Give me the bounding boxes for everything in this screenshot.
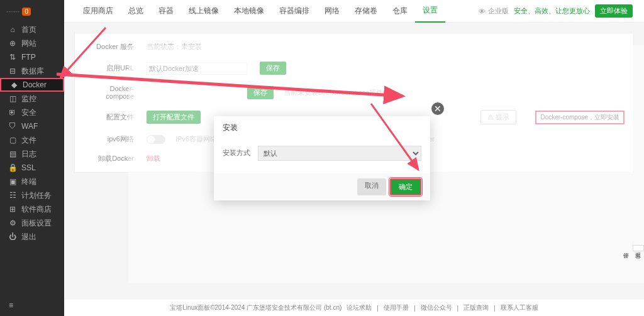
safe-text: 安全、高效、让您更放心 xyxy=(514,6,590,16)
install-method-label: 安装方式 xyxy=(223,148,250,158)
sidebar-item-settings[interactable]: ⚙面板设置 xyxy=(0,216,64,230)
sidebar-item-exit[interactable]: ⏻退出 xyxy=(0,230,64,244)
tab-volumes[interactable]: 存储卷 xyxy=(347,0,385,23)
ssl-icon: 🔒 xyxy=(9,164,16,172)
sidebar-item-logs[interactable]: ▤日志 xyxy=(0,147,64,161)
modal-cancel-button[interactable]: 取消 xyxy=(357,178,386,195)
sidebar-item-label: 日志 xyxy=(21,149,36,160)
sidebar-item-label: Docker xyxy=(23,80,47,89)
compose-label: Docker-compose xyxy=(84,85,134,100)
sidebar-item-label: 计划任务 xyxy=(21,190,52,201)
uninstall-label: 卸载Docker xyxy=(84,154,134,163)
shield-icon: ⛨ xyxy=(9,109,16,116)
tab-overview[interactable]: 总览 xyxy=(121,0,151,23)
sidebar-item-label: 数据库 xyxy=(21,66,44,77)
footer-link-verify[interactable]: 正版查询 xyxy=(464,303,489,312)
logo-text: ······· xyxy=(6,8,19,15)
tab-compose[interactable]: 容器编排 xyxy=(272,0,317,23)
sidebar-item-files[interactable]: ▢文件 xyxy=(0,133,64,147)
install-method-select[interactable]: 默认 xyxy=(258,146,421,161)
tab-local-images[interactable]: 本地镜像 xyxy=(226,0,272,23)
sidebar-item-label: SSL xyxy=(21,163,36,172)
sidebar-collapse[interactable]: ≡ xyxy=(9,301,13,310)
install-modal: ✕ 安装 安装方式 默认 取消 确定 xyxy=(214,116,430,200)
globe-icon: ⊕ xyxy=(9,40,16,47)
sidebar-item-monitor[interactable]: ◫监控 xyxy=(0,92,64,106)
tab-settings[interactable]: 设置 xyxy=(415,0,445,23)
sidebar-item-label: 面板设置 xyxy=(21,218,52,229)
sidebar-item-label: FTP xyxy=(21,53,36,62)
eye-icon: 👁 xyxy=(479,8,486,15)
footer: 宝塔Linux面板©2014-2024 广东堡塔安全技术有限公司 (bt.cn)… xyxy=(64,300,644,316)
sidebar-item-cron[interactable]: ☷计划任务 xyxy=(0,188,64,202)
terminal-icon: ▣ xyxy=(9,178,16,185)
side-widget[interactable]: 客服 评价 xyxy=(633,245,644,251)
sidebar-item-label: 网站 xyxy=(21,38,36,49)
sidebar-item-ssl[interactable]: 🔒SSL xyxy=(0,161,64,175)
footer-link-support[interactable]: 联系人工客服 xyxy=(501,303,538,312)
tab-registry[interactable]: 仓库 xyxy=(385,0,415,23)
ipv6-label: ipv6网络 xyxy=(84,134,134,144)
file-label: 配置文件 xyxy=(84,112,134,122)
sidebar-item-ftp[interactable]: ⇅FTP xyxy=(0,50,64,64)
modal-close-button[interactable]: ✕ xyxy=(431,102,444,115)
modal-ok-button[interactable]: 确定 xyxy=(390,178,421,195)
monitor-icon: ◫ xyxy=(9,95,16,102)
ftp-icon: ⇅ xyxy=(9,53,16,61)
settings-icon: ⚙ xyxy=(9,219,16,227)
tab-network[interactable]: 网络 xyxy=(317,0,347,23)
sidebar-item-label: 首页 xyxy=(21,25,36,35)
sidebar-item-website[interactable]: ⊕网站 xyxy=(0,36,64,50)
tab-online-images[interactable]: 线上镜像 xyxy=(181,0,226,23)
docker-icon: ◆ xyxy=(10,81,18,89)
sidebar-item-label: 软件商店 xyxy=(21,204,52,215)
notification-badge[interactable]: 0 xyxy=(22,8,31,16)
sidebar-item-label: 安全 xyxy=(21,107,36,118)
file-icon: ▢ xyxy=(9,136,16,144)
sidebar-item-label: 监控 xyxy=(21,94,36,104)
experience-button[interactable]: 立即体验 xyxy=(595,4,633,18)
log-icon: ▤ xyxy=(9,150,16,158)
footer-link-manual[interactable]: 使用手册 xyxy=(384,303,409,312)
sidebar-item-label: 文件 xyxy=(21,135,36,146)
sidebar-item-label: WAF xyxy=(21,122,38,131)
waf-icon: ⛉ xyxy=(9,123,16,130)
db-icon: ⊟ xyxy=(9,67,16,75)
task-icon: ☷ xyxy=(9,192,16,199)
exit-icon: ⏻ xyxy=(9,233,16,241)
sidebar-item-terminal[interactable]: ▣终端 xyxy=(0,175,64,188)
mirror-label: 启用URL xyxy=(84,63,134,73)
copyright: 宝塔Linux面板©2014-2024 广东堡塔安全技术有限公司 (bt.cn) xyxy=(170,303,341,312)
tab-containers[interactable]: 容器 xyxy=(151,0,181,23)
sidebar-logo: ······· 0 xyxy=(0,0,64,23)
sidebar-item-database[interactable]: ⊟数据库 xyxy=(0,64,64,78)
sidebar-item-home[interactable]: ⌂首页 xyxy=(0,23,64,36)
sidebar-item-docker[interactable]: ◆Docker xyxy=(0,78,64,92)
modal-body: 安装方式 默认 xyxy=(214,139,430,173)
tabs: 应用商店 总览 容器 线上镜像 本地镜像 容器编排 网络 存储卷 仓库 设置 👁… xyxy=(64,0,644,23)
eye-text: 企业版 xyxy=(488,6,509,16)
footer-link-wechat[interactable]: 微信公众号 xyxy=(421,303,452,312)
sidebar-item-label: 退出 xyxy=(21,232,36,242)
status-label: Docker 服务 xyxy=(84,42,134,52)
sidebar: ······· 0 ⌂首页 ⊕网站 ⇅FTP ⊟数据库 ◆Docker ◫监控 … xyxy=(0,0,64,316)
sidebar-item-waf[interactable]: ⛉WAF xyxy=(0,119,64,133)
store-icon: ⊞ xyxy=(9,205,16,213)
sidebar-item-security[interactable]: ⛨安全 xyxy=(0,106,64,119)
home-icon: ⌂ xyxy=(9,26,16,33)
sidebar-item-store[interactable]: ⊞软件商店 xyxy=(0,202,64,216)
modal-title: 安装 xyxy=(214,116,430,139)
tab-appstore[interactable]: 应用商店 xyxy=(75,0,121,23)
modal-footer: 取消 确定 xyxy=(214,173,430,200)
footer-link-forum[interactable]: 论坛求助 xyxy=(347,303,372,312)
tabs-right: 👁企业版 安全、高效、让您更放心 立即体验 xyxy=(479,4,633,18)
sidebar-item-label: 终端 xyxy=(21,177,36,187)
eye-badge: 👁企业版 xyxy=(479,6,509,16)
